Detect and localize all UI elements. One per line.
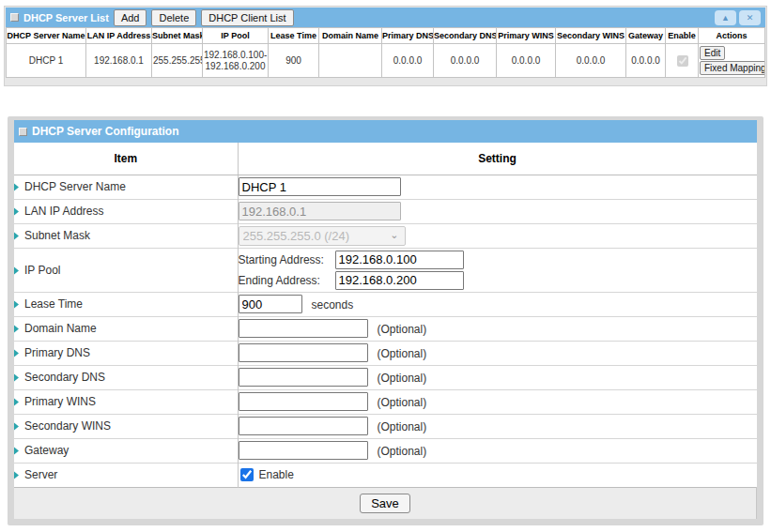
- cell-secondary-wins: 0.0.0.0: [556, 44, 626, 78]
- item-bullet-icon: [14, 184, 19, 191]
- config-footer-row: Save: [14, 487, 757, 519]
- row-primary-dns: Primary DNS (Optional): [14, 341, 757, 365]
- optional-hint: (Optional): [378, 323, 427, 336]
- row-subnet-mask: Subnet Mask 255.255.255.0 (/24) ⌄: [14, 223, 757, 248]
- cell-primary-dns: 0.0.0.0: [382, 44, 434, 78]
- column-header-subnet: Subnet Mask: [152, 28, 203, 44]
- column-header-actions: Actions: [699, 28, 765, 44]
- ip-pool-end: 192.168.0.200: [204, 61, 267, 72]
- optional-hint: (Optional): [378, 445, 427, 458]
- dhcp-server-configuration-table: Item Setting DHCP Server Name LAN IP Add…: [14, 143, 757, 519]
- column-header-lan-ip: LAN IP Address: [86, 28, 152, 44]
- server-enable-checkbox[interactable]: [240, 468, 254, 481]
- column-header-lease: Lease Time: [269, 28, 319, 44]
- item-bullet-icon: [14, 399, 19, 406]
- dhcp-server-name-input[interactable]: [239, 177, 401, 196]
- cell-secondary-dns: 0.0.0.0: [434, 44, 497, 78]
- item-bullet-icon: [14, 448, 19, 455]
- column-header-secondary-dns: Secondary DNS: [434, 28, 497, 44]
- ending-address-input[interactable]: [335, 271, 464, 290]
- cell-subnet-mask: 255.255.255.0: [152, 44, 203, 78]
- item-label: Gateway: [14, 438, 238, 463]
- row-domain-name: Domain Name (Optional): [14, 316, 757, 341]
- column-header-primary-wins: Primary WINS: [497, 28, 556, 44]
- row-lan-ip-address: LAN IP Address: [14, 199, 757, 223]
- item-bullet-icon: [14, 266, 19, 274]
- cell-primary-wins: 0.0.0.0: [497, 44, 556, 78]
- cell-actions: Edit Fixed Mapping: [699, 44, 765, 78]
- ip-pool-start: 192.168.0.100-: [204, 50, 267, 61]
- item-bullet-icon: [14, 472, 19, 479]
- item-label: Server: [14, 463, 238, 487]
- item-label: Primary WINS: [14, 389, 238, 414]
- add-button[interactable]: Add: [114, 9, 147, 26]
- subnet-mask-select: 255.255.255.0 (/24): [239, 226, 406, 246]
- dhcp-server-list-table: DHCP Server Name LAN IP Address Subnet M…: [6, 27, 765, 78]
- delete-button[interactable]: Delete: [151, 9, 196, 26]
- item-bullet-icon: [14, 233, 19, 240]
- secondary-dns-input[interactable]: [239, 368, 368, 387]
- domain-name-input[interactable]: [239, 319, 368, 338]
- secondary-wins-input[interactable]: [239, 417, 368, 435]
- close-icon[interactable]: ✕: [739, 10, 761, 25]
- edit-button[interactable]: Edit: [700, 46, 725, 60]
- save-button[interactable]: Save: [360, 494, 410, 513]
- item-bullet-icon: [14, 350, 19, 357]
- item-label: Domain Name: [14, 316, 238, 341]
- cell-lan-ip: 192.168.0.1: [86, 44, 152, 78]
- item-bullet-icon: [14, 326, 19, 333]
- column-header-enable: Enable: [666, 28, 699, 44]
- item-label: LAN IP Address: [14, 199, 238, 223]
- primary-wins-input[interactable]: [239, 392, 368, 411]
- lease-time-input[interactable]: [239, 295, 302, 313]
- lan-ip-address-input: [239, 202, 401, 220]
- cell-lease-time: 900: [269, 44, 319, 78]
- item-label-text: Secondary DNS: [24, 371, 105, 384]
- row-gateway: Gateway (Optional): [14, 438, 757, 463]
- ending-address-label: Ending Address:: [239, 274, 335, 287]
- dhcp-server-list-panel: DHCP Server List Add Delete DHCP Client …: [4, 6, 767, 86]
- cell-server-name: DHCP 1: [7, 44, 86, 78]
- cell-ip-pool: 192.168.0.100- 192.168.0.200: [203, 44, 269, 78]
- config-header-row: Item Setting: [14, 143, 757, 175]
- lease-time-unit: seconds: [312, 298, 354, 312]
- item-label-text: Secondary WINS: [24, 419, 111, 433]
- dhcp-client-list-button[interactable]: DHCP Client List: [201, 9, 293, 26]
- row-dhcp-server-name: DHCP Server Name: [14, 175, 757, 199]
- item-bullet-icon: [14, 208, 19, 216]
- collapse-icon[interactable]: ▲: [715, 10, 736, 25]
- section-icon: [10, 13, 19, 22]
- starting-address-label: Starting Address:: [239, 253, 335, 266]
- item-bullet-icon: [14, 301, 19, 309]
- item-label: Primary DNS: [14, 341, 238, 365]
- optional-hint: (Optional): [378, 347, 427, 360]
- list-panel-header: DHCP Server List Add Delete DHCP Client …: [6, 8, 765, 27]
- item-label-text: Gateway: [24, 444, 69, 457]
- gateway-input[interactable]: [239, 441, 368, 460]
- section-icon: [19, 128, 27, 136]
- item-label: Secondary DNS: [14, 365, 238, 389]
- server-enable-label: Enable: [259, 468, 294, 481]
- item-column-header: Item: [14, 143, 238, 175]
- row-secondary-wins: Secondary WINS (Optional): [14, 414, 757, 438]
- item-label: DHCP Server Name: [14, 175, 238, 199]
- row-primary-wins: Primary WINS (Optional): [14, 389, 757, 414]
- starting-address-input[interactable]: [335, 251, 464, 269]
- window-controls: ▲ ✕: [715, 10, 761, 25]
- column-header-gateway: Gateway: [626, 28, 666, 44]
- column-header-secondary-wins: Secondary WINS: [556, 28, 626, 44]
- list-panel-title: DHCP Server List: [23, 12, 109, 23]
- item-label: Secondary WINS: [14, 414, 238, 438]
- item-bullet-icon: [14, 374, 19, 382]
- cell-domain-name: [319, 44, 382, 78]
- cell-enable: [666, 44, 699, 78]
- setting-column-header: Setting: [238, 143, 757, 175]
- fixed-mapping-button[interactable]: Fixed Mapping: [700, 61, 765, 75]
- item-label-text: Primary WINS: [24, 395, 96, 408]
- item-label: Subnet Mask: [14, 223, 238, 248]
- column-header-name: DHCP Server Name: [7, 28, 86, 44]
- cell-gateway: 0.0.0.0: [626, 44, 666, 78]
- item-label-text: LAN IP Address: [24, 205, 104, 218]
- list-table-header-row: DHCP Server Name LAN IP Address Subnet M…: [7, 28, 765, 44]
- primary-dns-input[interactable]: [239, 343, 368, 362]
